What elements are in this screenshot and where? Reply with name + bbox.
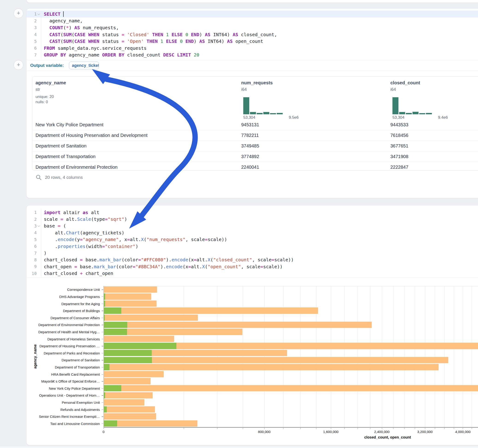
x-axis-tick [243, 428, 243, 429]
chart-bar-open [104, 392, 105, 399]
chart-bar-open [104, 329, 127, 335]
y-axis-label: Operations Unit - Department of Hom… [32, 393, 100, 397]
search-icon[interactable] [36, 174, 42, 180]
cell-num-requests: 3774892 [241, 154, 259, 159]
y-axis-tick [102, 388, 103, 389]
y-axis-tick [102, 325, 103, 325]
python-cell: 1import altair as alt2scale = alt.Scale(… [26, 205, 478, 445]
y-axis-tick [102, 332, 103, 332]
y-axis-label: Refunds and Adjustments [32, 407, 100, 411]
y-axis-tick [102, 381, 103, 382]
x-axis-tick [104, 428, 104, 429]
result-table: agency_name str unique: 20 nulls: 0 num_… [32, 76, 478, 171]
cell-agency-name: New York City Police Department [36, 122, 104, 127]
column-header-num-requests[interactable]: num_requests [241, 80, 273, 86]
fold-chevron-icon [37, 52, 41, 59]
gridline [316, 286, 316, 427]
histogram-min-num-requests: 53,304 [243, 115, 255, 120]
chart-bar-closed [104, 399, 144, 406]
gridline [283, 286, 283, 427]
column-header-closed-count[interactable]: closed_count [390, 80, 420, 86]
chart-bar-open [104, 307, 121, 314]
next-cell-edge [0, 446, 478, 448]
cell-agency-name: Department of Housing Preservation and D… [36, 133, 148, 138]
add-cell-button-middle[interactable]: + [14, 60, 23, 70]
x-axis-tick [415, 428, 415, 429]
bar-chart: agency_name0800,0001,600,0002,400,0003,2… [26, 205, 478, 445]
y-axis-tick [102, 311, 103, 311]
table-row-count: 20 rows, 4 columns [45, 175, 83, 180]
y-axis-tick [102, 318, 103, 318]
table-row[interactable]: Department of Sanitation37494853677651 [32, 141, 478, 151]
x-axis-line [104, 427, 478, 428]
code-line[interactable]: 5 CAST(SUM(CASE WHEN status = 'Open' THE… [26, 38, 478, 45]
line-number: 6 [34, 46, 37, 50]
code-line[interactable]: 7GROUP BY agency_name ORDER BY closed_co… [26, 52, 478, 59]
table-row[interactable]: Department of Transportation377489234719… [32, 151, 478, 162]
x-axis-tick [472, 428, 472, 429]
chart-bar-closed [104, 364, 439, 370]
y-axis-label: Mayorâ€ s Office of Special Enforce… [32, 379, 100, 383]
x-axis-tick-label: 4,000,000 [455, 430, 471, 434]
code-line[interactable]: 1SELECT [26, 11, 478, 18]
column-type-closed-count: i64 [390, 87, 396, 92]
gridline [301, 286, 301, 427]
output-variable-pill[interactable]: agency_tickets [69, 62, 99, 69]
histogram-bar [413, 112, 419, 114]
code-line[interactable]: 6FROM sample_data.nyc.service_requests [26, 45, 478, 52]
y-axis-tick [102, 395, 103, 396]
chart-bar-open [104, 350, 152, 356]
column-null-count: nulls: 0 [36, 100, 48, 104]
cell-closed-count: 3677651 [390, 143, 408, 149]
fold-chevron-icon [37, 45, 41, 52]
y-axis-label: Personal Exemption Unit [32, 400, 100, 404]
previous-cell-edge [26, 0, 478, 3]
y-axis-label: Department of Parks and Recreation [32, 351, 100, 355]
table-row[interactable]: New York City Police Department945313194… [32, 119, 478, 130]
y-axis-tick [102, 374, 103, 375]
code-line[interactable]: 4 CAST(SUM(CASE WHEN status = 'Closed' T… [26, 31, 478, 38]
x-axis-tick [435, 428, 435, 429]
code-line[interactable]: 3 COUNT(*) AS num_requests, [26, 24, 478, 31]
y-axis-tick [102, 289, 103, 290]
y-axis-label: Department of Health and Mental Hyg… [32, 330, 100, 334]
column-header-agency-name[interactable]: agency_name [36, 80, 66, 86]
cell-num-requests: 2240041 [241, 165, 259, 170]
chart-bar-closed [104, 378, 151, 384]
sql-editor[interactable]: 1SELECT 2 agency_name,3 COUNT(*) AS num_… [26, 11, 478, 58]
x-axis-title: closed_count, open_count [364, 435, 411, 440]
histogram-bar [270, 113, 276, 114]
fold-chevron-icon[interactable] [37, 11, 41, 18]
table-row[interactable]: Department of Environmental Protection22… [32, 162, 478, 171]
histogram-bar [250, 112, 256, 114]
add-cell-button-top[interactable]: + [14, 8, 23, 18]
chart-bar-closed [104, 371, 164, 378]
x-axis-tick [393, 428, 393, 429]
gridline [472, 286, 472, 427]
x-axis-tick [370, 428, 370, 429]
code-line[interactable]: 2 agency_name, [26, 18, 478, 25]
chart-bar-closed [104, 307, 318, 314]
table-row[interactable]: Department of Housing Preservation and D… [32, 130, 478, 141]
histogram-max-num-requests: 9.5e6 [289, 115, 299, 120]
chart-bar-closed [104, 322, 372, 328]
gridline [358, 286, 358, 427]
cell-closed-count: 3471908 [390, 154, 408, 159]
y-axis-label: Department of Homeless Services [32, 337, 100, 341]
line-number: 1 [34, 12, 37, 16]
line-number: 7 [34, 53, 37, 57]
cell-closed-count: 9443533 [390, 122, 408, 127]
gridline [415, 286, 415, 427]
y-axis-tick [102, 346, 103, 346]
fold-chevron-icon [37, 24, 41, 31]
histogram-bar [277, 113, 283, 114]
gridline [331, 286, 331, 427]
histogram-bar [263, 112, 269, 114]
chart-bar-closed [104, 315, 198, 321]
y-axis-label: Department of Environmental Protection [32, 323, 100, 327]
y-axis-tick [102, 410, 103, 410]
gridline [264, 286, 264, 427]
chart-bar-open [104, 300, 105, 307]
chart-bar-closed [104, 385, 478, 392]
x-axis-tick [301, 428, 301, 429]
